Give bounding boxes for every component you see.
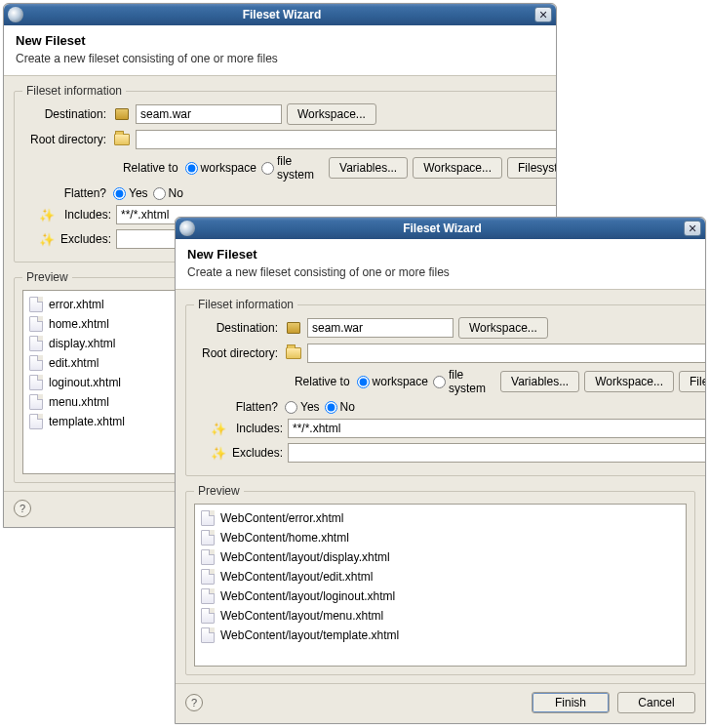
excludes-label: Excludes: [60, 232, 111, 246]
file-icon [29, 336, 43, 351]
eclipse-icon [8, 7, 23, 22]
filesystem-button[interactable]: Filesystem... [679, 371, 705, 392]
titlebar[interactable]: Fileset Wizard ✕ [4, 4, 556, 25]
file-icon [29, 316, 43, 332]
package-icon [287, 322, 300, 334]
wand-icon: ✨ [211, 445, 226, 461]
file-icon [29, 355, 43, 371]
variables-button[interactable]: Variables... [329, 157, 408, 179]
page-subtitle: Create a new fileset consisting of one o… [16, 52, 544, 65]
preview-list-b[interactable]: WebContent/error.xhtmlWebContent/home.xh… [194, 504, 687, 667]
file-icon [201, 627, 215, 643]
list-item-label: template.xhtml [49, 415, 125, 428]
list-item-label: display.xhtml [49, 337, 115, 350]
filesystem-radio[interactable]: file system [261, 154, 324, 182]
destination-input[interactable] [136, 104, 282, 124]
file-icon [201, 530, 215, 546]
file-icon [29, 414, 43, 429]
workspace-button[interactable]: Workspace... [287, 103, 376, 125]
preview-legend: Preview [194, 484, 244, 498]
relative-to-label: Relative to [295, 375, 352, 388]
close-icon[interactable]: ✕ [534, 7, 552, 22]
wand-icon: ✨ [39, 231, 55, 247]
list-item-label: WebContent/layout/display.xhtml [220, 550, 390, 564]
folder-icon [286, 347, 301, 359]
list-item[interactable]: WebContent/layout/template.xhtml [199, 626, 682, 645]
relative-to-label: Relative to [123, 161, 180, 175]
flatten-yes-radio[interactable]: Yes [113, 186, 148, 200]
filesystem-button[interactable]: Filesystem... [507, 157, 556, 179]
finish-button[interactable]: Finish [532, 692, 610, 713]
file-icon [29, 297, 43, 312]
file-icon [201, 549, 215, 565]
list-item[interactable]: WebContent/layout/loginout.xhtml [199, 586, 682, 606]
package-icon [115, 108, 129, 120]
wizard-header: New Fileset Create a new fileset consist… [176, 239, 705, 290]
workspace-button-2[interactable]: Workspace... [584, 371, 674, 392]
file-icon [29, 394, 43, 410]
list-item-label: error.xhtml [49, 298, 104, 311]
list-item-label: WebContent/home.xhtml [220, 531, 349, 545]
includes-label: Includes: [60, 208, 111, 222]
file-icon [29, 375, 43, 390]
fileset-legend: Fileset information [194, 298, 297, 311]
destination-input[interactable] [307, 318, 454, 338]
root-directory-label: Root directory: [194, 346, 280, 360]
filesystem-radio[interactable]: file system [433, 368, 495, 395]
excludes-label: Excludes: [232, 446, 283, 460]
root-directory-input[interactable] [307, 344, 705, 363]
excludes-input[interactable] [288, 443, 705, 463]
list-item-label: menu.xhtml [49, 395, 109, 409]
destination-label: Destination: [194, 321, 280, 335]
file-icon [201, 588, 215, 604]
page-subtitle: Create a new fileset consisting of one o… [187, 265, 693, 279]
list-item[interactable]: WebContent/layout/display.xhtml [199, 547, 682, 567]
wand-icon: ✨ [211, 421, 226, 436]
list-item-label: WebContent/layout/template.xhtml [220, 628, 399, 642]
fileset-information-group: Fileset information Destination: Workspa… [185, 298, 705, 476]
window-title: Fileset Wizard [201, 222, 684, 235]
help-icon[interactable]: ? [185, 694, 203, 711]
folder-icon [114, 134, 130, 145]
cancel-button[interactable]: Cancel [617, 692, 695, 713]
flatten-label: Flatten? [22, 186, 108, 200]
flatten-no-radio[interactable]: No [153, 186, 183, 200]
wizard-header: New Fileset Create a new fileset consist… [4, 25, 556, 76]
includes-input[interactable] [288, 419, 705, 438]
page-title: New Fileset [187, 247, 693, 262]
list-item-label: loginout.xhtml [49, 376, 121, 389]
file-icon [201, 569, 215, 585]
workspace-radio[interactable]: workspace [357, 375, 428, 388]
flatten-no-radio[interactable]: No [325, 400, 355, 414]
preview-legend: Preview [22, 270, 72, 284]
list-item-label: WebContent/error.xhtml [220, 511, 344, 525]
list-item-label: edit.xhtml [49, 356, 99, 370]
wand-icon: ✨ [39, 207, 55, 222]
fileset-wizard-window-b: Fileset Wizard ✕ New Fileset Create a ne… [175, 217, 706, 724]
close-icon[interactable]: ✕ [684, 221, 701, 236]
variables-button[interactable]: Variables... [500, 371, 579, 392]
root-directory-label: Root directory: [22, 133, 108, 146]
workspace-button[interactable]: Workspace... [458, 317, 548, 339]
preview-group: Preview WebContent/error.xhtmlWebContent… [185, 484, 695, 675]
workspace-button-2[interactable]: Workspace... [413, 157, 502, 179]
list-item[interactable]: WebContent/home.xhtml [199, 528, 682, 547]
fileset-legend: Fileset information [22, 84, 126, 98]
file-icon [201, 608, 215, 624]
list-item[interactable]: WebContent/layout/edit.xhtml [199, 567, 682, 586]
list-item-label: WebContent/layout/menu.xhtml [220, 609, 383, 623]
flatten-label: Flatten? [194, 400, 280, 414]
help-icon[interactable]: ? [14, 500, 31, 517]
window-title: Fileset Wizard [29, 8, 534, 21]
list-item[interactable]: WebContent/error.xhtml [199, 508, 682, 528]
flatten-yes-radio[interactable]: Yes [285, 400, 320, 414]
includes-label: Includes: [232, 422, 283, 435]
list-item[interactable]: WebContent/layout/menu.xhtml [199, 606, 682, 626]
page-title: New Fileset [16, 33, 544, 48]
list-item-label: WebContent/layout/loginout.xhtml [220, 589, 395, 603]
titlebar[interactable]: Fileset Wizard ✕ [176, 218, 705, 239]
eclipse-icon [179, 221, 195, 236]
workspace-radio[interactable]: workspace [185, 161, 256, 175]
list-item-label: WebContent/layout/edit.xhtml [220, 570, 374, 584]
root-directory-input[interactable] [136, 130, 556, 149]
